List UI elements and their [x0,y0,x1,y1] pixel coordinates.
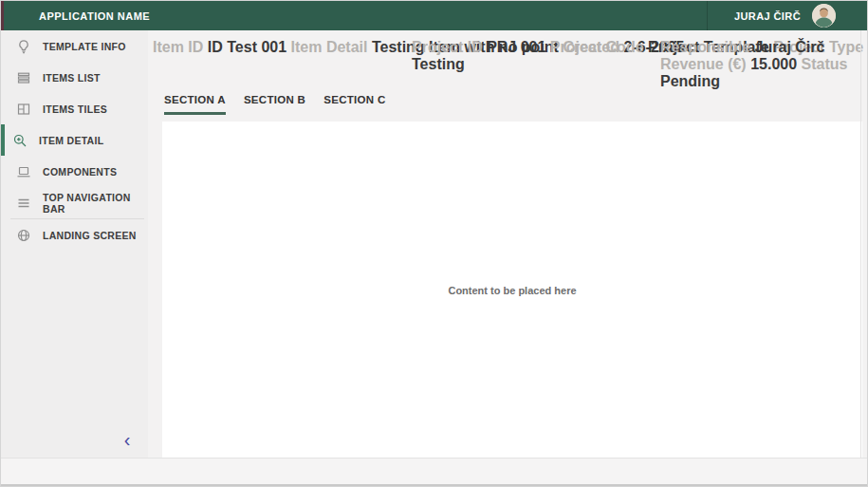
content-panel: Content to be placed here [162,122,862,459]
field-label: Item ID [153,39,203,55]
field-label: Responsible [660,39,750,55]
field-label: Project ID [412,39,483,55]
list-icon [16,70,31,85]
sidebar-collapse-button[interactable]: ‹ [117,429,138,450]
app-header: APPLICATION NAME JURAJ ČIRČ [1,1,867,30]
laptop-icon [16,164,31,179]
field-label: Revenue (€) [660,56,747,72]
sidebar-item-label: ITEMS TILES [43,103,107,115]
application-window: APPLICATION NAME JURAJ ČIRČ TEMPLATE INF… [0,0,868,487]
user-avatar[interactable] [812,4,836,28]
sidebar-item-template-info[interactable]: TEMPLATE INFO [1,30,148,62]
footer-bar [1,458,867,486]
header-divider [707,1,708,30]
tiles-icon [16,102,31,117]
field-value: Juraj Čirč [755,39,825,55]
sidebar-item-components[interactable]: COMPONENTS [1,156,148,187]
content-placeholder-text: Content to be placed here [448,285,576,296]
sidebar-item-label: TEMPLATE INFO [43,41,126,52]
sidebar-item-top-navigation-bar[interactable]: TOP NAVIGATION BAR [1,187,148,218]
sidebar-item-label: ITEMS LIST [43,72,101,84]
chevron-left-icon: ‹ [124,430,131,449]
sidebar-item-item-detail[interactable]: ITEM DETAIL [1,124,148,156]
sidebar-item-landing-screen[interactable]: LANDING SCREEN [1,219,148,251]
zoom-in-icon [12,133,28,148]
sidebar: TEMPLATE INFO ITEMS LIST ITEMS TILES ITE… [1,30,148,459]
lightbulb-icon [16,39,31,54]
sidebar-item-label: LANDING SCREEN [43,230,137,241]
app-title: APPLICATION NAME [39,10,150,22]
field-label: Project Code [550,39,644,55]
field-value: Testing [412,56,465,72]
tab-bar: SECTION A SECTION B SECTION C [164,94,386,115]
item-detail-column-3: Responsible Juraj Čirč Revenue (€) 15.00… [660,39,867,90]
sidebar-item-items-tiles[interactable]: ITEMS TILES [1,93,148,124]
menu-icon [16,196,31,211]
globe-icon [16,228,31,243]
field-label: Status [802,56,848,72]
field-value: Pending [660,73,720,89]
tab-section-b[interactable]: SECTION B [244,94,305,115]
sidebar-item-label: TOP NAVIGATION BAR [43,192,148,215]
sidebar-item-label: ITEM DETAIL [39,135,103,146]
field-value: ID Test 001 [208,39,286,55]
tab-section-a[interactable]: SECTION A [164,94,226,115]
field-value: 15.000 [750,56,797,72]
field-label: Item Detail [291,39,368,55]
main-area: Item ID ID Test 001 Item Detail Testing … [148,30,867,459]
sidebar-item-label: COMPONENTS [43,166,117,178]
field-value: PRJ 001 [487,39,545,55]
tab-section-c[interactable]: SECTION C [323,94,385,115]
sidebar-item-items-list[interactable]: ITEMS LIST [1,62,148,93]
user-menu[interactable]: JURAJ ČIRČ [734,1,867,30]
user-name: JURAJ ČIRČ [734,10,801,22]
